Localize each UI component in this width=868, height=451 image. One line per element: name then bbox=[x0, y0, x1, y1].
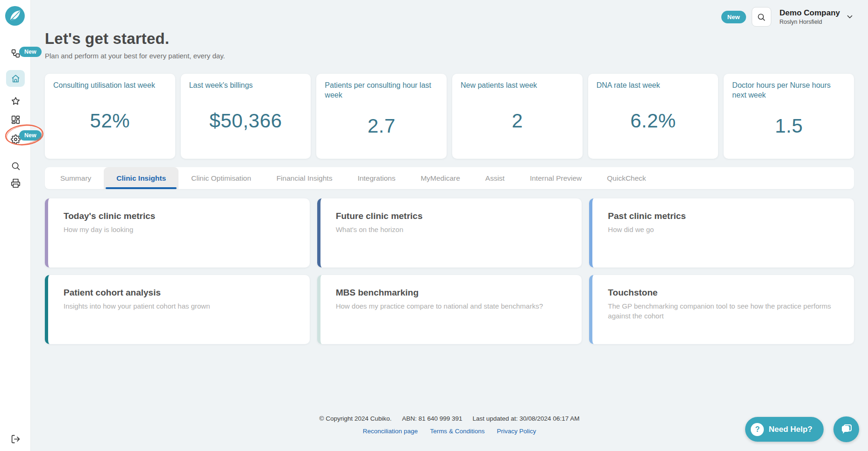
dashboard-grid-icon bbox=[11, 115, 21, 125]
card-todays-clinic-metrics[interactable]: Today's clinic metrics How my day is loo… bbox=[45, 198, 310, 268]
search-icon bbox=[757, 13, 766, 21]
account-switcher[interactable]: Demo Company Roslyn Horsfield bbox=[780, 8, 840, 25]
page-title: Let's get started. bbox=[45, 30, 854, 48]
page-subtitle: Plan and perform at your best for every … bbox=[45, 52, 854, 60]
card-subtitle: The GP benchmarking companion tool to se… bbox=[608, 301, 835, 321]
card-subtitle: How did we go bbox=[608, 225, 835, 234]
card-title: Patient cohort analysis bbox=[64, 288, 291, 298]
sidebar-item-favourites[interactable] bbox=[6, 92, 25, 109]
last-updated-text: Last updated at: 30/08/2024 06:17 AM bbox=[472, 415, 579, 422]
sidebar-item-dashboards[interactable] bbox=[6, 111, 25, 128]
card-title: Past clinic metrics bbox=[608, 211, 835, 221]
sidebar: New New bbox=[0, 0, 31, 451]
logout-icon bbox=[11, 434, 21, 444]
card-title: Touchstone bbox=[608, 288, 835, 298]
metric-value: 52% bbox=[90, 110, 130, 132]
search-icon bbox=[11, 161, 21, 171]
abn-text: ABN: 81 640 999 391 bbox=[402, 415, 462, 422]
sidebar-item-search[interactable] bbox=[6, 157, 25, 174]
global-search-button[interactable] bbox=[752, 7, 771, 27]
card-subtitle: Insights into how your patient cohort ha… bbox=[64, 301, 291, 311]
user-name: Roslyn Horsfield bbox=[780, 19, 840, 25]
sidebar-item-home[interactable] bbox=[6, 70, 25, 87]
tab-clinic-optimisation[interactable]: Clinic Optimisation bbox=[178, 167, 263, 189]
page-header: Let's get started. Plan and perform at y… bbox=[45, 30, 854, 60]
tab-quickcheck[interactable]: QuickCheck bbox=[594, 167, 659, 189]
chat-widget-button[interactable] bbox=[833, 416, 859, 442]
card-future-clinic-metrics[interactable]: Future clinic metrics What's on the hori… bbox=[317, 198, 582, 268]
metric-card-patients-per-hour[interactable]: Patients per consulting hour last week 2… bbox=[316, 74, 447, 159]
whats-new-badge[interactable]: New bbox=[721, 11, 746, 23]
card-title: MBS benchmarking bbox=[336, 288, 563, 298]
tab-clinic-insights[interactable]: Clinic Insights bbox=[104, 167, 178, 189]
metric-card-doctor-nurse-hours[interactable]: Doctor hours per Nurse hours next week 1… bbox=[724, 74, 854, 159]
sidebar-item-print[interactable] bbox=[6, 175, 25, 191]
tab-financial-insights[interactable]: Financial Insights bbox=[264, 167, 345, 189]
need-help-label: Need Help? bbox=[768, 425, 812, 434]
copyright-text: © Copyright 2024 Cubiko. bbox=[320, 415, 392, 422]
main-content: New Demo Company Roslyn Horsfield Let's … bbox=[31, 0, 868, 451]
privacy-policy-link[interactable]: Privacy Policy bbox=[497, 428, 536, 435]
metric-label: Doctor hours per Nurse hours next week bbox=[732, 81, 846, 100]
question-mark-icon: ? bbox=[751, 423, 764, 436]
card-past-clinic-metrics[interactable]: Past clinic metrics How did we go bbox=[589, 198, 854, 268]
tab-bar: Summary Clinic Insights Clinic Optimisat… bbox=[45, 167, 854, 189]
metric-label: New patients last week bbox=[461, 81, 574, 91]
card-title: Today's clinic metrics bbox=[64, 211, 291, 221]
reconciliation-page-link[interactable]: Reconciliation page bbox=[363, 428, 418, 435]
metric-label: Consulting utilisation last week bbox=[53, 81, 167, 91]
card-title: Future clinic metrics bbox=[336, 211, 563, 221]
terms-conditions-link[interactable]: Terms & Conditions bbox=[430, 428, 484, 435]
workflow-icon bbox=[11, 49, 21, 58]
chat-bubble-icon bbox=[840, 423, 853, 436]
metric-card-new-patients[interactable]: New patients last week 2 bbox=[452, 74, 583, 159]
metric-value: 2 bbox=[512, 110, 523, 132]
metric-value: 6.2% bbox=[630, 110, 676, 132]
metric-value: $50,366 bbox=[209, 110, 282, 132]
topbar: New Demo Company Roslyn Horsfield bbox=[45, 0, 854, 27]
metric-label: DNA rate last week bbox=[597, 81, 710, 91]
metric-cards-row: Consulting utilisation last week 52% Las… bbox=[45, 74, 854, 159]
company-name: Demo Company bbox=[780, 8, 840, 18]
card-patient-cohort-analysis[interactable]: Patient cohort analysis Insights into ho… bbox=[45, 275, 310, 344]
metric-label: Patients per consulting hour last week bbox=[325, 81, 438, 100]
metric-value: 1.5 bbox=[775, 115, 803, 137]
star-icon bbox=[11, 96, 21, 106]
chevron-down-icon[interactable] bbox=[846, 13, 854, 21]
card-subtitle: How does my practice compare to national… bbox=[336, 301, 563, 311]
metric-card-consulting-utilisation[interactable]: Consulting utilisation last week 52% bbox=[45, 74, 175, 159]
metric-card-dna-rate[interactable]: DNA rate last week 6.2% bbox=[588, 74, 719, 159]
metric-card-billings[interactable]: Last week's billings $50,366 bbox=[181, 74, 311, 159]
card-touchstone[interactable]: Touchstone The GP benchmarking companion… bbox=[589, 275, 854, 344]
tab-summary[interactable]: Summary bbox=[48, 167, 104, 189]
clinic-insights-cards: Today's clinic metrics How my day is loo… bbox=[45, 198, 854, 344]
metric-label: Last week's billings bbox=[189, 81, 303, 91]
printer-icon bbox=[11, 178, 21, 188]
home-icon bbox=[11, 74, 21, 84]
tab-assist[interactable]: Assist bbox=[473, 167, 517, 189]
tab-mymedicare[interactable]: MyMedicare bbox=[408, 167, 472, 189]
sidebar-item-logout[interactable] bbox=[6, 430, 25, 447]
workflow-new-badge: New bbox=[19, 47, 42, 57]
cubiko-logo-icon bbox=[5, 6, 25, 26]
need-help-button[interactable]: ? Need Help? bbox=[745, 417, 824, 442]
metric-value: 2.7 bbox=[368, 115, 396, 137]
tab-integrations[interactable]: Integrations bbox=[345, 167, 408, 189]
card-subtitle: How my day is looking bbox=[64, 225, 291, 234]
tab-internal-preview[interactable]: Internal Preview bbox=[517, 167, 594, 189]
settings-new-badge: New bbox=[19, 130, 42, 141]
footer: © Copyright 2024 Cubiko. ABN: 81 640 999… bbox=[45, 415, 854, 435]
card-mbs-benchmarking[interactable]: MBS benchmarking How does my practice co… bbox=[317, 275, 582, 344]
card-subtitle: What's on the horizon bbox=[336, 225, 563, 234]
cubiko-logo[interactable] bbox=[5, 6, 25, 26]
